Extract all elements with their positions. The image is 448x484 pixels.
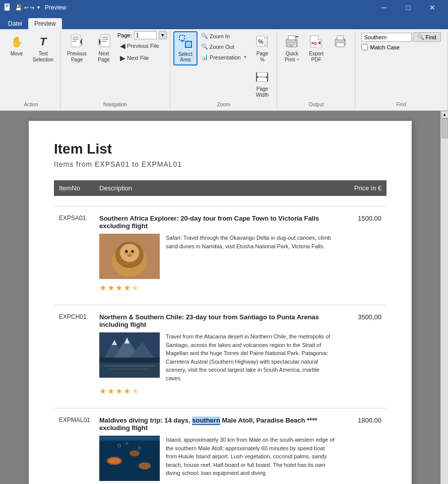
move-button[interactable]: ✋ Move (5, 31, 28, 59)
zoom-out-button[interactable]: 🔍 Zoom Out (199, 42, 250, 51)
scrollbar-right[interactable]: ▲ ▼ (440, 111, 448, 484)
page-width-label: PageWidth (256, 86, 269, 98)
document-page: Item List Items from EXPSA01 to EXPMAL01… (29, 121, 412, 484)
item-stars-expsa01: ★ ★ ★ ★ ★ (99, 283, 336, 293)
quick-print-button[interactable]: ~ QuickPrint ~ (280, 31, 303, 65)
undo-icon[interactable]: ↩ (24, 5, 29, 11)
svg-rect-15 (185, 41, 191, 47)
zoom-content: SelectArea 🔍 Zoom In 🔍 Zoom Out 📊 Presen… (173, 31, 274, 101)
maximize-button[interactable]: □ (397, 0, 420, 15)
text-selection-icon: T (35, 34, 51, 50)
export-pdf-button[interactable]: PDF ExportPDF (304, 31, 328, 65)
minimize-button[interactable]: ─ (372, 0, 396, 15)
items-table: ItemNo Description Price in € (54, 180, 387, 196)
match-case-label: Match Case (370, 44, 400, 50)
close-button[interactable]: ✕ (421, 0, 444, 15)
zoom-group-label: Zoom (173, 101, 274, 108)
navigation-group-label: Navigation (63, 101, 167, 108)
app-icon (4, 3, 12, 13)
action-buttons: ✋ Move T TextSelection (5, 31, 57, 101)
nav-column: Page: ▼ ◀ Previous File ▶ Next File (117, 31, 167, 63)
svg-rect-11 (102, 39, 108, 40)
select-area-icon (178, 34, 193, 51)
window-title: Preview (45, 4, 372, 11)
export-pdf-label: ExportPDF (309, 51, 324, 63)
svg-rect-14 (179, 35, 184, 40)
item-row-expsa01: EXPSA01 Southern Africa Explorer: 20-day… (54, 206, 387, 297)
presentation-button[interactable]: 📊 Presentation ▼ (199, 52, 250, 62)
previous-page-button[interactable]: PreviousPage (63, 31, 90, 65)
item-content-expsa01: Southern Africa Explorer: 20-day tour fr… (99, 215, 336, 293)
item-title-expsa01: Southern Africa Explorer: 20-day tour fr… (99, 215, 336, 230)
previous-file-icon: ◀ (120, 42, 125, 50)
star-3: ★ (115, 283, 122, 293)
next-file-icon: ▶ (120, 54, 125, 62)
item-stars-expch01: ★ ★ ★ ★ ★ (99, 386, 336, 396)
find-button[interactable]: 🔍 Find (413, 32, 440, 42)
direct-print-button[interactable] (329, 31, 352, 53)
item-row-expch01: EXPCH01 Northern & Southern Chile: 23-da… (54, 305, 387, 400)
svg-rect-39 (344, 40, 345, 41)
zoom-in-button[interactable]: 🔍 Zoom In (199, 31, 250, 41)
item-title-expmal01: Maldives diving trip: 14 days, southern … (99, 417, 336, 432)
text-selection-label: TextSelection (33, 51, 53, 63)
quick-save-icon[interactable]: 💾 (15, 5, 22, 11)
direct-print-icon (332, 34, 348, 50)
dropdown-quick-access[interactable]: ▼ (36, 5, 41, 10)
match-case-checkbox[interactable] (361, 44, 368, 50)
select-area-button[interactable]: SelectArea (173, 31, 198, 65)
svg-point-44 (120, 244, 139, 262)
page-zoom-col: % Page% (250, 31, 274, 101)
item-description-expmal01: Island, approximately 30 km from Male on… (166, 436, 336, 481)
scrollbar-thumb[interactable] (441, 118, 448, 139)
next-page-button[interactable]: NextPage (91, 31, 116, 65)
page-width-button[interactable]: PageWidth (250, 66, 274, 101)
redo-icon[interactable]: ↪ (30, 5, 34, 11)
move-icon: ✋ (9, 34, 25, 50)
ribbon-group-find: 🔍 Find Match Case Find (355, 31, 447, 110)
window-controls: ─ □ ✕ (372, 0, 444, 15)
page-percent-button[interactable]: % Page% (250, 31, 274, 65)
svg-rect-38 (336, 43, 344, 47)
item-image-expsa01 (99, 234, 160, 279)
zoom-out-label: Zoom Out (210, 44, 234, 50)
main-area: Item List Items from EXPSA01 to EXPMAL01… (0, 111, 448, 484)
scrollbar-track[interactable] (441, 118, 449, 484)
ribbon-group-navigation: PreviousPage NextPage Page: (60, 31, 170, 110)
scroll-up-button[interactable]: ▲ (441, 111, 449, 118)
previous-file-button[interactable]: ◀ Previous File (117, 40, 167, 51)
presentation-label: Presentation (210, 54, 241, 60)
quick-print-label: QuickPrint ~ (285, 51, 299, 63)
page-dropdown-button[interactable]: ▼ (159, 31, 167, 39)
quick-print-icon: ~ (284, 34, 300, 50)
document-container[interactable]: Item List Items from EXPSA01 to EXPMAL01… (0, 111, 440, 484)
move-label: Move (11, 51, 23, 57)
svg-marker-13 (99, 38, 101, 46)
col-header-itemno: ItemNo (54, 180, 94, 196)
ribbon: ✋ Move T TextSelection Action (0, 29, 448, 111)
item-price-expmal01: 1800,00 (341, 417, 381, 424)
star-3: ★ (115, 386, 122, 396)
svg-rect-29 (288, 44, 295, 45)
tab-preview[interactable]: Preview (28, 18, 62, 29)
item-content-expch01: Northern & Southern Chile: 23-day tour f… (99, 313, 336, 396)
page-input-row: Page: ▼ (117, 31, 167, 39)
item-description-expsa01: Safari: Travel through the Okavango Delt… (166, 234, 336, 279)
tab-datei[interactable]: Datei (2, 18, 28, 29)
export-pdf-icon: PDF (308, 34, 324, 50)
find-search-input[interactable] (361, 33, 412, 42)
svg-rect-37 (337, 36, 343, 40)
next-file-button[interactable]: ▶ Next File (117, 52, 167, 63)
navigation-content: PreviousPage NextPage Page: (63, 31, 167, 101)
page-number-input[interactable] (134, 31, 157, 39)
find-label: Find (425, 34, 436, 40)
star-5: ★ (132, 283, 139, 293)
text-selection-button[interactable]: T TextSelection (29, 31, 57, 65)
svg-marker-8 (80, 38, 82, 46)
ribbon-group-action: ✋ Move T TextSelection Action (2, 31, 60, 110)
output-content: ~ QuickPrint ~ PDF ExportPDF (280, 31, 352, 101)
svg-point-49 (127, 254, 132, 257)
zoom-col: 🔍 Zoom In 🔍 Zoom Out 📊 Presentation ▼ (199, 31, 250, 62)
svg-rect-28 (287, 43, 296, 47)
next-page-label: NextPage (98, 51, 109, 63)
